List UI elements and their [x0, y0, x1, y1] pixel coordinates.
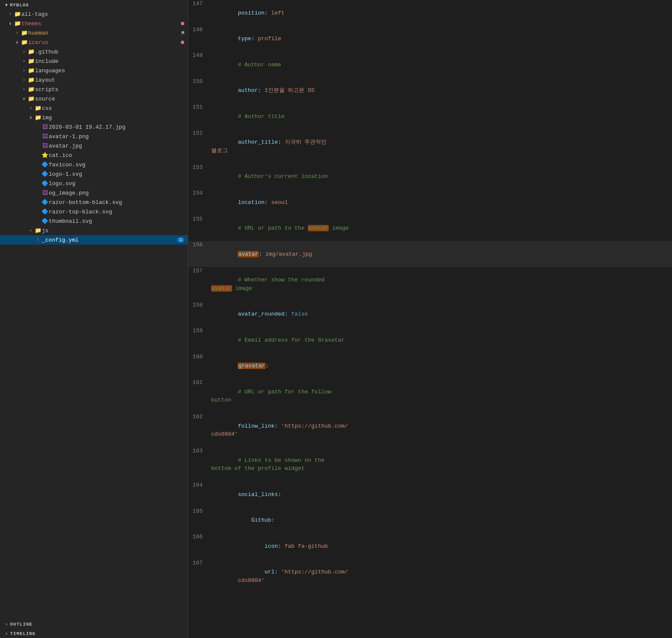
sidebar: ▼ MYBLOG › 📁 all-tags ∨ 📁 themes › 📁 hue… — [0, 0, 188, 638]
code-token: : — [271, 517, 274, 523]
tree-item-languages[interactable]: › 📁 languages — [0, 66, 188, 75]
tree-item-logo-svg[interactable]: 🔷 logo.svg — [0, 179, 188, 188]
line-content[interactable]: # Author's current location — [209, 164, 672, 190]
myblog-label: MYBLOG — [10, 3, 29, 8]
line-number: 159 — [188, 327, 209, 353]
tree-item-thumbnail-svg[interactable]: 🔷 thumbnail.svg — [0, 216, 188, 226]
item-label: logo-1.svg — [49, 171, 184, 177]
code-token: : — [251, 35, 258, 42]
tree-item-include[interactable]: › 📁 include — [0, 56, 188, 66]
tree-item-avatar-1[interactable]: 🖼 avatar-1.png — [0, 132, 188, 141]
line-number: 150 — [188, 78, 209, 104]
tree-item-source[interactable]: ∨ 📁 source — [0, 94, 188, 103]
tree-item-avatar-jpg[interactable]: 🖼 avatar.jpg — [0, 141, 188, 151]
tree-item-hueman[interactable]: › 📁 hueman M — [0, 28, 188, 38]
line-content[interactable]: url: 'https://github.com/ cds0804' — [209, 559, 672, 594]
code-line-148: 148 type: profile — [188, 26, 672, 52]
code-token: avatar_rounded — [238, 311, 284, 317]
line-number: 166 — [188, 533, 209, 559]
tree-item-icarus[interactable]: ∨ 📁 icarus — [0, 38, 188, 47]
folder-icon: 📁 — [27, 48, 35, 55]
outline-section[interactable]: › OUTLINE — [0, 619, 188, 629]
tree-item-github[interactable]: › 📁 .github — [0, 47, 188, 56]
code-lines: 147 position: left 148 type: profile 149… — [188, 0, 672, 594]
line-number: 149 — [188, 52, 209, 78]
code-token: type — [238, 35, 251, 42]
tree-item-all-tags[interactable]: › 📁 all-tags — [0, 9, 188, 19]
timeline-section[interactable]: › TIMELINE — [0, 629, 188, 638]
line-content[interactable]: Github: — [209, 508, 672, 534]
code-line-158: 158 avatar_rounded: false — [188, 301, 672, 328]
tree-item-razor-bottom[interactable]: 🔷 razor-bottom-black.svg — [0, 198, 188, 207]
code-token: author_title — [238, 139, 278, 145]
tree-item-img[interactable]: ∨ 📁 img — [0, 113, 188, 122]
code-line-160: 160 gravatar: — [188, 353, 672, 379]
line-content[interactable]: type: profile — [209, 26, 672, 52]
code-line-151: 151 # Author title — [188, 103, 672, 130]
item-label: icarus — [28, 39, 181, 46]
item-label: include — [35, 58, 184, 65]
editor-panel: 147 position: left 148 type: profile 149… — [188, 0, 672, 638]
line-number: 155 — [188, 216, 209, 242]
tree-item-scripts[interactable]: › 📁 scripts — [0, 85, 188, 94]
line-number: 160 — [188, 353, 209, 379]
tree-item-themes[interactable]: ∨ 📁 themes — [0, 19, 188, 28]
folder-icon: 📁 — [34, 227, 42, 234]
tree-item-css[interactable]: › 📁 css — [0, 103, 188, 113]
tree-item-favicon-svg[interactable]: 🔷 favicon.svg — [0, 160, 188, 169]
line-content[interactable]: # Author title — [209, 103, 672, 130]
line-content[interactable]: # Email address for the Gravatar — [209, 327, 672, 353]
item-label: layout — [35, 77, 184, 83]
code-token: position — [238, 10, 264, 16]
code-token: seoul — [271, 199, 288, 206]
line-content[interactable]: avatar: img/avatar.jpg — [209, 241, 672, 267]
line-content[interactable]: # URL or path for the followbutton — [209, 379, 672, 413]
code-token: # URL or path for the followbutton — [211, 389, 331, 404]
line-content[interactable]: gravatar: — [209, 353, 672, 379]
code-token: avatar — [308, 225, 329, 231]
folder-arrow: › — [14, 31, 21, 35]
code-token: location — [238, 199, 264, 206]
code-line-149: 149 # Author name — [188, 52, 672, 78]
line-number: 153 — [188, 164, 209, 190]
code-line-166: 166 icon: fab fa-github — [188, 533, 672, 559]
item-label: thumbnail.svg — [49, 218, 184, 224]
code-token: fab fa-github — [285, 543, 328, 549]
tree-item-og-image[interactable]: 🖼 og_image.png — [0, 188, 188, 198]
line-content[interactable]: # Links to be shown on thebottom of the … — [209, 447, 672, 481]
badge-m: M — [181, 30, 184, 35]
code-token: Github — [238, 517, 271, 523]
tree-item-razor-top[interactable]: 🔷 razor-top-black.svg — [0, 207, 188, 216]
item-label: hueman — [28, 30, 181, 36]
line-content[interactable]: author_title: 지극히 주관적인블로그 — [209, 130, 672, 164]
folder-arrow: ∨ — [14, 40, 21, 45]
svg-icon: 🔷 — [41, 199, 49, 206]
line-number: 157 — [188, 267, 209, 301]
code-line-157: 157 # Whether show the roundedavatar ima… — [188, 267, 672, 301]
code-line-163: 163 # Links to be shown on thebottom of … — [188, 447, 672, 481]
code-line-153: 153 # Author's current location — [188, 164, 672, 190]
tree-item-js[interactable]: › 📁 js — [0, 226, 188, 235]
line-content[interactable]: icon: fab fa-github — [209, 533, 672, 559]
tree-item-layout[interactable]: › 📁 layout — [0, 75, 188, 85]
tree-item-img-2020[interactable]: 🖼 2020-03-01 19.42.17.jpg — [0, 122, 188, 132]
line-content[interactable]: position: left — [209, 0, 672, 26]
line-content[interactable]: # URL or path to the avatar image — [209, 216, 672, 242]
line-content[interactable]: # Whether show the roundedavatar image — [209, 267, 672, 301]
tree-item-logo-1-svg[interactable]: 🔷 logo-1.svg — [0, 169, 188, 179]
line-number: 164 — [188, 481, 209, 508]
line-content[interactable]: # Author name — [209, 52, 672, 78]
code-line-161: 161 # URL or path for the followbutton — [188, 379, 672, 413]
line-content[interactable]: author: 1인분을 하고픈 DS — [209, 78, 672, 104]
line-content[interactable]: avatar_rounded: false — [209, 301, 672, 328]
line-content[interactable]: location: seoul — [209, 189, 672, 216]
tree-item-cat-ico[interactable]: ⭐ cat.ico — [0, 151, 188, 160]
code-token: : — [259, 251, 265, 257]
code-token: : — [278, 543, 285, 549]
folder-arrow: › — [21, 87, 27, 92]
line-content[interactable]: follow_link: 'https://github.com/cds0804… — [209, 413, 672, 447]
myblog-section[interactable]: ▼ MYBLOG — [0, 0, 188, 9]
line-number: 147 — [188, 0, 209, 26]
line-content[interactable]: social_links: — [209, 481, 672, 508]
tree-item-config[interactable]: ! _config.yml 1 — [0, 235, 188, 245]
